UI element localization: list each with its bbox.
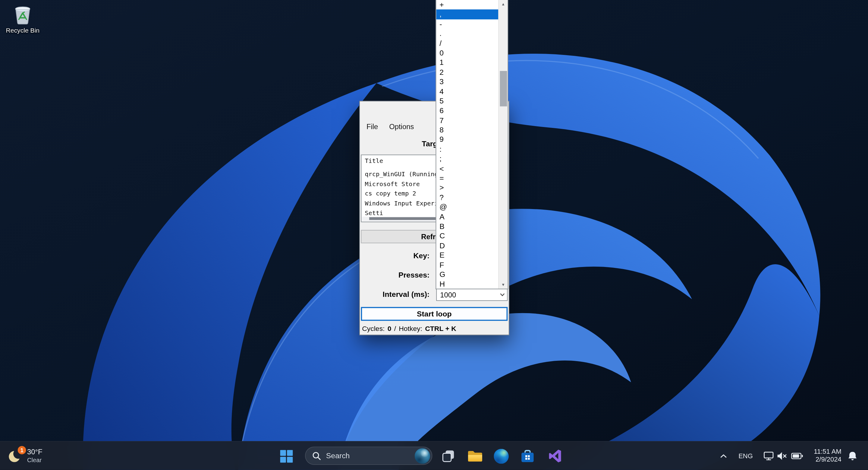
notification-badge: 1: [18, 446, 26, 454]
interval-label: Interval (ms):: [360, 290, 430, 299]
dropdown-item[interactable]: 7: [436, 116, 498, 125]
dropdown-item[interactable]: /: [436, 39, 498, 48]
dropdown-item[interactable]: E: [436, 251, 498, 260]
dropdown-item[interactable]: ?: [436, 193, 498, 202]
start-loop-button[interactable]: Start loop: [361, 307, 508, 321]
dropdown-item[interactable]: .: [436, 29, 498, 39]
tray-date: 2/9/2024: [815, 456, 841, 464]
dropdown-item[interactable]: =: [436, 173, 498, 183]
visual-studio-icon: [548, 449, 562, 463]
dropdown-item[interactable]: :: [436, 145, 498, 154]
dropdown-item[interactable]: 4: [436, 87, 498, 96]
dropdown-item[interactable]: 6: [436, 106, 498, 116]
dropdown-item[interactable]: H: [436, 280, 498, 289]
microsoft-store-icon: [521, 449, 535, 463]
menu-file[interactable]: File: [361, 121, 384, 131]
scroll-up-arrow-icon[interactable]: ▲: [499, 0, 507, 8]
interval-value: 1000: [440, 291, 456, 299]
task-view-icon: [442, 449, 455, 463]
dropdown-item[interactable]: F: [436, 260, 498, 270]
weather-temperature: 30°F: [27, 448, 42, 457]
status-separator: /: [394, 324, 396, 332]
search-icon: [312, 451, 321, 460]
task-view-button[interactable]: [437, 445, 459, 467]
dropdown-item[interactable]: C: [436, 231, 498, 241]
dropdown-item[interactable]: B: [436, 222, 498, 231]
network-icon: [763, 451, 774, 461]
windows-logo-icon: [280, 450, 292, 463]
clock[interactable]: 11:51 AM 2/9/2024: [807, 445, 841, 467]
visual-studio-button[interactable]: [544, 445, 566, 467]
interval-combobox[interactable]: 1000: [436, 289, 507, 301]
scrollbar-thumb[interactable]: [369, 217, 437, 220]
dropdown-scrollbar-thumb[interactable]: [500, 71, 507, 107]
desktop: Recycle Bin File Options Target window: …: [0, 0, 868, 470]
widgets-weather-button[interactable]: 1 30°F Clear: [3, 443, 48, 469]
dropdown-item[interactable]: -: [436, 19, 498, 29]
recycle-bin-shortcut[interactable]: Recycle Bin: [3, 3, 42, 34]
network-button[interactable]: [762, 445, 775, 467]
recycle-bin-label: Recycle Bin: [3, 27, 42, 34]
key-label: Key:: [360, 252, 430, 260]
dropdown-item[interactable]: >: [436, 183, 498, 193]
bell-icon: [847, 451, 858, 461]
dropdown-item[interactable]: D: [436, 241, 498, 251]
bing-daily-image-icon[interactable]: [415, 448, 430, 463]
battery-button[interactable]: [789, 445, 805, 467]
status-bar: Cycles: 0 / Hotkey: CTRL + K: [360, 322, 509, 334]
volume-muted-icon: [776, 451, 787, 460]
search-box[interactable]: Search: [305, 446, 432, 465]
edge-button[interactable]: [490, 445, 512, 467]
dropdown-item[interactable]: 5: [436, 96, 498, 106]
dropdown-item[interactable]: 2: [436, 67, 498, 77]
dropdown-item[interactable]: G: [436, 270, 498, 280]
language-indicator[interactable]: ENG: [735, 445, 756, 467]
recycle-bin-icon: [11, 3, 34, 25]
menu-options[interactable]: Options: [384, 121, 420, 131]
taskbar: 1 30°F Clear Search: [0, 441, 868, 470]
chevron-down-icon: [500, 293, 505, 297]
chevron-up-icon: [720, 454, 727, 458]
dropdown-item[interactable]: 1: [436, 58, 498, 67]
dropdown-vertical-scrollbar[interactable]: ▲ ▼: [498, 0, 507, 289]
dropdown-item[interactable]: 0: [436, 48, 498, 58]
menu-bar: File Options: [361, 120, 420, 133]
hotkey-value: CTRL + K: [425, 324, 456, 332]
notification-center-button[interactable]: [845, 445, 860, 467]
cycles-value: 0: [388, 324, 392, 332]
dropdown-item[interactable]: 9: [436, 135, 498, 145]
key-dropdown-menu: +,-./0123456789:;<=>?@ABCDEFGH ▲ ▼: [436, 0, 508, 289]
dropdown-item[interactable]: ,: [436, 10, 498, 19]
key-dropdown-list: +,-./0123456789:;<=>?@ABCDEFGH: [436, 0, 498, 289]
battery-icon: [791, 451, 803, 460]
dropdown-item[interactable]: +: [436, 0, 498, 10]
hidden-icons-button[interactable]: [717, 445, 730, 467]
start-button[interactable]: [275, 445, 297, 467]
search-label: Search: [326, 451, 410, 460]
hotkey-label: Hotkey:: [399, 324, 422, 332]
file-explorer-folder-icon: [467, 450, 483, 463]
tray-time: 11:51 AM: [814, 448, 841, 456]
microsoft-store-button[interactable]: [517, 445, 538, 467]
dropdown-item[interactable]: A: [436, 212, 498, 222]
dropdown-item[interactable]: 8: [436, 125, 498, 135]
scroll-down-arrow-icon[interactable]: ▼: [499, 280, 507, 289]
volume-button[interactable]: [775, 445, 788, 467]
cycles-label: Cycles:: [362, 324, 384, 332]
dropdown-item[interactable]: ;: [436, 154, 498, 164]
file-explorer-button[interactable]: [464, 445, 486, 467]
presses-label: Presses:: [360, 271, 430, 280]
dropdown-item[interactable]: @: [436, 202, 498, 212]
edge-browser-icon: [493, 448, 508, 464]
weather-condition: Clear: [27, 457, 42, 464]
dropdown-item[interactable]: <: [436, 164, 498, 173]
dropdown-item[interactable]: 3: [436, 77, 498, 87]
